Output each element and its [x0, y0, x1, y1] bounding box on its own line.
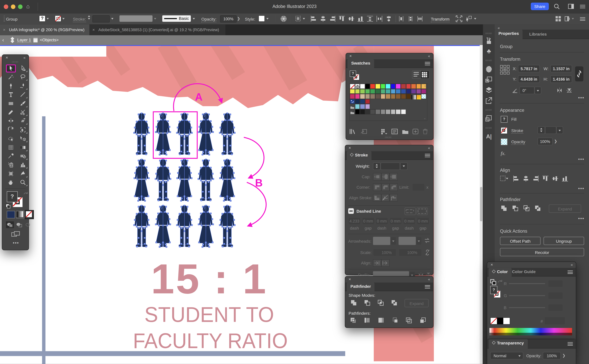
collapse-panel-icon[interactable]: «: [428, 54, 430, 58]
arrowhead-start-chevron[interactable]: [390, 237, 396, 245]
transform-link[interactable]: Transform: [431, 17, 449, 22]
new-swatch-icon[interactable]: [412, 128, 420, 136]
style-dropdown-icon[interactable]: [266, 18, 268, 20]
tab-color[interactable]: Color: [489, 268, 512, 278]
fill-swatch[interactable]: ?: [501, 116, 508, 123]
swatch-color[interactable]: [370, 94, 375, 99]
align-d-v-icon[interactable]: [367, 15, 373, 24]
b-value[interactable]: [548, 304, 563, 311]
stroke-style-dropdown-icon[interactable]: [193, 18, 195, 20]
swatch-color[interactable]: [386, 94, 391, 99]
default-fill-stroke-icon[interactable]: [6, 203, 10, 210]
pathfinder-button-0[interactable]: [350, 317, 364, 325]
arrowhead-end-chevron[interactable]: [416, 237, 422, 245]
align-v-bottom-icon[interactable]: [357, 15, 364, 24]
more-options-icon[interactable]: •••: [578, 216, 584, 221]
swatch-color[interactable]: [370, 89, 375, 94]
swatch-color[interactable]: [391, 109, 396, 114]
gradient-mode-button[interactable]: [16, 211, 24, 218]
swatch-color[interactable]: [375, 84, 380, 89]
character-icon[interactable]: A|: [485, 133, 492, 140]
shape-mode-button-0[interactable]: [350, 299, 363, 307]
r-value[interactable]: [548, 280, 563, 287]
color-mode-button[interactable]: [7, 211, 15, 218]
swatch-color[interactable]: [360, 99, 365, 104]
swatch-color[interactable]: [365, 94, 370, 99]
tool-blend[interactable]: [18, 152, 28, 160]
swatch-gradient[interactable]: [416, 94, 421, 99]
expand-button[interactable]: Expand: [549, 204, 581, 213]
align-v-top-icon[interactable]: [338, 15, 345, 24]
none-black-white-swatches[interactable]: [490, 317, 510, 325]
arrow-scale-end[interactable]: 100%: [399, 249, 422, 256]
tab-transparency[interactable]: Transparency: [489, 339, 528, 350]
dash-preset-2-button[interactable]: [417, 208, 428, 215]
swatch-color[interactable]: [406, 89, 411, 94]
shape-mode-button-2[interactable]: [522, 204, 534, 213]
arrange-documents-icon[interactable]: [555, 16, 561, 23]
brush-definition-dropdown[interactable]: [120, 15, 152, 22]
collapse-panel-icon[interactable]: «: [428, 277, 430, 281]
swatch-color[interactable]: [365, 99, 370, 104]
align-stroke-button-2[interactable]: [389, 194, 398, 202]
layers-icon[interactable]: [485, 87, 492, 94]
swatch-color[interactable]: [355, 104, 360, 109]
fill-indicator[interactable]: ?: [350, 71, 356, 77]
swatch-color[interactable]: [391, 89, 396, 94]
recolor-artwork-icon[interactable]: [280, 15, 287, 24]
align-d-h-icon[interactable]: [376, 15, 383, 24]
dock-dropdown-icon[interactable]: [572, 18, 574, 20]
pictogram-woman[interactable]: [219, 158, 235, 202]
dock-panel-icon[interactable]: [565, 16, 571, 23]
swatch-color[interactable]: [355, 89, 360, 94]
draw-behind-button[interactable]: [15, 221, 23, 228]
search-icon[interactable]: [554, 3, 560, 11]
expand-button[interactable]: Expand: [404, 299, 428, 307]
pathfinder-button-4[interactable]: [405, 317, 419, 325]
swatch-color[interactable]: [380, 89, 386, 94]
swatch-color[interactable]: [421, 89, 426, 94]
dash-gap-input-1[interactable]: 0 mm: [362, 217, 374, 225]
panel-menu-icon[interactable]: [425, 154, 430, 157]
pictogram-man[interactable]: [219, 204, 235, 247]
opacity-swatch[interactable]: [501, 138, 508, 145]
more-options-icon[interactable]: •••: [578, 186, 584, 191]
color-group-folder-icon[interactable]: [350, 104, 355, 109]
color-group-folder-icon[interactable]: [350, 109, 355, 114]
dashed-line-checkbox[interactable]: [348, 208, 354, 214]
weight-dropdown[interactable]: [400, 162, 408, 170]
stroke-weight-dropdown[interactable]: [556, 126, 563, 134]
reference-point-icon[interactable]: [500, 65, 510, 76]
swatch-color[interactable]: [365, 109, 370, 114]
swatch-color[interactable]: [365, 104, 370, 109]
swatch-color[interactable]: [391, 84, 396, 89]
tool-hand[interactable]: [6, 179, 16, 187]
swatch-color[interactable]: [370, 84, 375, 89]
swatch-options-icon[interactable]: [391, 128, 399, 136]
caption-line-2[interactable]: FACULTY RATIO: [133, 329, 288, 353]
swatch-color[interactable]: [350, 94, 355, 99]
swatch-gradient[interactable]: [411, 94, 416, 99]
dock-grip[interactable]: [486, 60, 492, 61]
draw-normal-button[interactable]: [6, 221, 14, 228]
ungroup-button[interactable]: Ungroup: [543, 237, 584, 245]
tool-eyedropper[interactable]: [6, 152, 16, 160]
swatch-color[interactable]: [386, 109, 391, 114]
fill-dropdown-icon[interactable]: [47, 18, 49, 20]
swatch-color[interactable]: [401, 89, 406, 94]
collapse-dock-icon[interactable]: «: [498, 26, 500, 30]
delete-swatch-icon[interactable]: [422, 128, 429, 136]
align-h-left-icon[interactable]: [513, 175, 520, 183]
cap-button-2[interactable]: [389, 173, 398, 181]
swap-arrowheads-icon[interactable]: [424, 238, 430, 245]
panel-grip[interactable]: [4, 16, 5, 22]
arrow-scale-start[interactable]: 100%: [373, 249, 396, 256]
constrain-proportions-button[interactable]: [575, 66, 583, 81]
distribute-s-v-icon[interactable]: [407, 15, 414, 24]
pictogram-grid[interactable]: [134, 112, 236, 248]
stroke-weight-input[interactable]: [93, 15, 110, 22]
swatch-color[interactable]: [396, 89, 401, 94]
dash-gap-input-2[interactable]: 0 mm: [376, 217, 388, 225]
swatch-color[interactable]: [401, 109, 406, 114]
rotation-input[interactable]: 0°: [520, 87, 535, 94]
